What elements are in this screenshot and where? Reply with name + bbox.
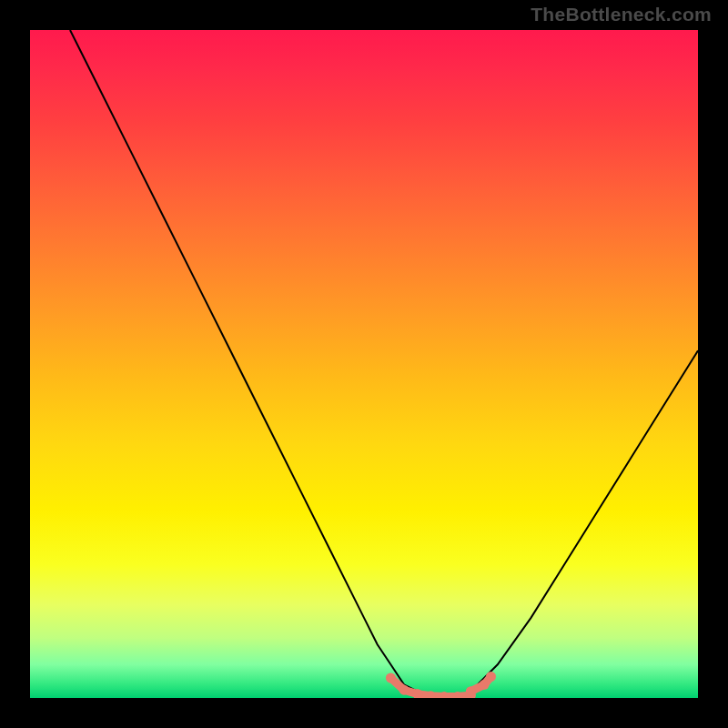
watermark-text: TheBottleneck.com bbox=[531, 4, 712, 25]
chart-plot-area bbox=[30, 30, 698, 698]
chart-gradient-background bbox=[30, 30, 698, 698]
